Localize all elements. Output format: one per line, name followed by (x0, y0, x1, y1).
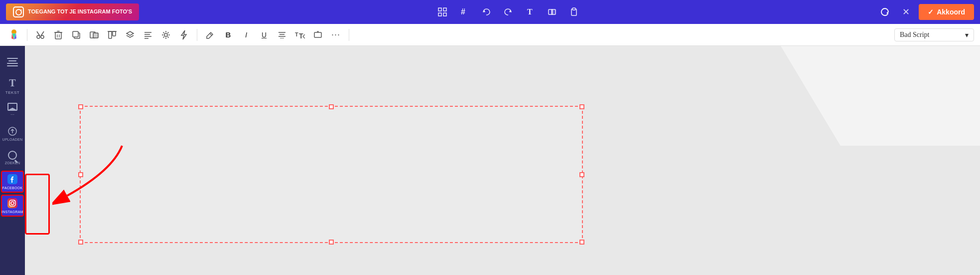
red-highlight-box (25, 174, 50, 235)
more-button[interactable]: ··· (328, 27, 344, 43)
text-tool-icon[interactable]: T (523, 5, 537, 19)
header-tools: # T (435, 5, 581, 19)
layers-button[interactable] (122, 27, 138, 43)
close-button[interactable]: ✕ (898, 4, 914, 20)
svg-text:T: T (295, 31, 298, 37)
refresh-button[interactable] (877, 4, 893, 20)
sidebar-item-facebook[interactable]: FACEBOOK (1, 171, 24, 193)
lines-icon (3, 54, 21, 69)
instagram-promo-text: TOEGANG TOT JE INSTAGRAM FOTO'S (28, 8, 132, 15)
underline-button[interactable]: U (256, 27, 272, 43)
svg-line-52 (303, 34, 305, 36)
grid-tool-icon[interactable] (435, 5, 449, 19)
handle-bottom-middle[interactable] (329, 240, 334, 245)
handle-bottom-right[interactable] (579, 240, 584, 245)
svg-line-42 (167, 32, 168, 33)
handle-top-left[interactable] (78, 104, 83, 109)
instagram-promo-icon (13, 6, 24, 17)
align-center-button[interactable] (274, 27, 290, 43)
toolbar-divider-1 (27, 29, 27, 41)
font-name-label: Bad Script (900, 31, 930, 39)
bold-button[interactable]: B (220, 27, 236, 43)
sidebar-item-lines[interactable] (1, 51, 24, 73)
sidebar-item-uploaden[interactable]: UPLOADEN (1, 123, 24, 145)
svg-rect-9 (572, 8, 575, 10)
svg-point-63 (14, 201, 15, 202)
frame-tool-icon[interactable] (545, 5, 559, 19)
align-text-button[interactable] (140, 27, 156, 43)
sidebar-item-tekst[interactable]: T TEKST (1, 75, 24, 97)
akkoord-button[interactable]: ✓ Akkoord (919, 4, 974, 20)
header-left: TOEGANG TOT JE INSTAGRAM FOTO'S (6, 3, 139, 20)
svg-rect-26 (93, 33, 98, 38)
sidebar-item-zoeken[interactable]: ZOEKEN (1, 147, 24, 169)
svg-rect-1 (443, 8, 446, 11)
toolbar-divider-2 (197, 29, 197, 41)
header-bar: TOEGANG TOT JE INSTAGRAM FOTO'S # (0, 0, 980, 24)
svg-rect-24 (73, 31, 78, 37)
color-dropper-button[interactable] (6, 27, 22, 43)
hash-tool-icon[interactable]: # (457, 5, 471, 19)
duplicate-button[interactable] (68, 27, 84, 43)
sidebar-item-afbeelding[interactable]: ⋯ (1, 99, 24, 121)
instagram-icon (7, 198, 18, 209)
text-box-button[interactable] (310, 27, 326, 43)
canvas-bg-shape (781, 46, 980, 146)
svg-marker-44 (181, 30, 186, 39)
font-dropdown-arrow: ▾ (965, 31, 969, 39)
italic-button[interactable]: I (238, 27, 254, 43)
svg-rect-18 (55, 32, 61, 39)
svg-text:T: T (527, 7, 533, 16)
svg-rect-2 (438, 13, 441, 16)
instagram-promo-button[interactable]: TOEGANG TOT JE INSTAGRAM FOTO'S (6, 3, 139, 20)
paste-tool-icon[interactable] (567, 5, 581, 19)
bolt-button[interactable] (176, 27, 192, 43)
sidebar-label-facebook: FACEBOOK (2, 186, 23, 190)
handle-top-middle[interactable] (329, 104, 334, 109)
delete-button[interactable] (50, 27, 66, 43)
toolbar-secondary: B I U T T ··· Bad Script ▾ (0, 24, 980, 46)
svg-rect-7 (552, 9, 556, 14)
header-right: ✕ ✓ Akkoord (877, 4, 974, 20)
sidebar-label-instagram: INSTAGRAM (1, 210, 23, 214)
svg-line-45 (210, 33, 212, 35)
svg-rect-0 (438, 8, 441, 11)
sidebar-label-afbeelding: ⋯ (10, 112, 14, 117)
font-selector[interactable]: Bad Script ▾ (894, 28, 974, 41)
selected-element[interactable] (80, 106, 583, 243)
svg-rect-27 (109, 31, 112, 38)
svg-line-43 (163, 36, 164, 37)
svg-rect-3 (443, 13, 446, 16)
check-icon: ✓ (928, 8, 934, 16)
svg-line-40 (163, 32, 164, 33)
image-icon (7, 103, 17, 111)
undo-tool-icon[interactable] (479, 5, 493, 19)
svg-rect-28 (113, 31, 116, 36)
search-icon (8, 151, 17, 160)
sidebar-item-instagram[interactable]: INSTAGRAM (1, 195, 24, 217)
svg-line-53 (303, 36, 305, 38)
align-top-button[interactable] (104, 27, 120, 43)
svg-text:T: T (299, 32, 303, 39)
redo-tool-icon[interactable] (501, 5, 515, 19)
text-size-button[interactable]: T T (292, 27, 308, 43)
svg-rect-60 (7, 198, 17, 208)
main-layout: T TEKST ⋯ UPLOADEN ZOEKEN FACEBOOK (0, 46, 980, 275)
svg-line-41 (167, 36, 168, 37)
sidebar-label-tekst: TEKST (5, 90, 19, 95)
handle-middle-left[interactable] (78, 172, 83, 177)
handle-middle-right[interactable] (579, 172, 584, 177)
svg-rect-54 (314, 32, 321, 37)
akkoord-label: Akkoord (937, 8, 965, 16)
sidebar: T TEKST ⋯ UPLOADEN ZOEKEN FACEBOOK (0, 46, 25, 275)
svg-point-35 (164, 33, 167, 36)
position-button[interactable] (86, 27, 102, 43)
edit-button[interactable] (202, 27, 218, 43)
handle-top-right[interactable] (579, 104, 584, 109)
handle-bottom-left[interactable] (78, 240, 83, 245)
upload-icon (7, 126, 17, 136)
burst-button[interactable] (158, 27, 174, 43)
cut-button[interactable] (32, 27, 48, 43)
canvas-area (25, 46, 980, 275)
toolbar-divider-3 (349, 29, 349, 41)
